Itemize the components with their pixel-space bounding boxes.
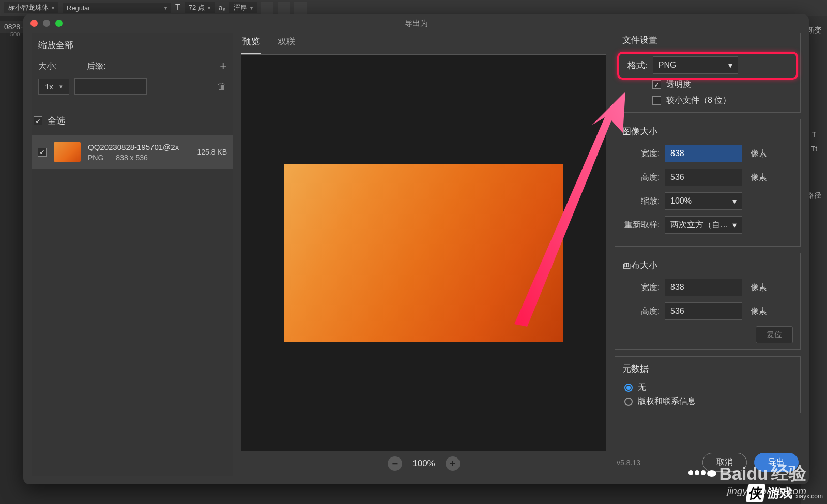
metadata-copyright-radio[interactable] <box>624 398 633 406</box>
zoom-in-button[interactable]: + <box>446 456 460 471</box>
minimize-window-icon[interactable] <box>43 20 50 27</box>
width-input[interactable] <box>665 145 742 162</box>
suffix-label: 后缀: <box>87 61 105 72</box>
zoom-out-button[interactable]: − <box>388 456 402 471</box>
format-select[interactable]: PNG▾ <box>653 56 738 74</box>
smaller-file-checkbox[interactable] <box>652 96 661 105</box>
scale-label: 缩放: <box>622 196 660 207</box>
scale-title: 缩放全部 <box>38 39 226 51</box>
zoom-value: 100% <box>412 459 435 469</box>
center-panel: 预览 双联 − 100% + <box>241 33 606 476</box>
preview-image <box>284 164 563 342</box>
reset-button[interactable]: 复位 <box>756 326 793 343</box>
asset-row[interactable]: QQ20230828-195701@2x PNG 838 x 536 125.8… <box>32 135 233 169</box>
tab-preview[interactable]: 预览 <box>241 33 261 54</box>
format-label: 格式: <box>627 59 648 71</box>
canvas-width-input[interactable] <box>665 279 742 296</box>
scale-select[interactable]: 100%▾ <box>665 192 742 210</box>
right-panel: 文件设置 格式: PNG▾ 透明度 较小文件（8 位） 图像大小 宽度: <box>615 33 801 476</box>
font-select[interactable]: 标小智龙珠体▾ <box>4 2 58 13</box>
left-panel: 缩放全部 大小: 后缀: + 1x▾ 🗑 全选 <box>32 33 233 476</box>
zoom-bar: − 100% + <box>241 451 606 476</box>
metadata-none-radio[interactable] <box>624 384 633 392</box>
background-toolbar: 标小智龙珠体▾ Regular▾ T 72 点▾ aₐ 浑厚▾ <box>0 0 827 16</box>
scale-select[interactable]: 1x▾ <box>38 79 69 95</box>
scale-section: 缩放全部 大小: 后缀: + 1x▾ 🗑 <box>32 33 233 101</box>
width-label: 宽度: <box>622 148 660 159</box>
asset-thumbnail <box>54 142 81 162</box>
align-left-icon[interactable] <box>261 2 273 14</box>
preview-area <box>241 55 606 451</box>
tab-dual[interactable]: 双联 <box>277 33 296 54</box>
asset-format: PNG <box>88 154 103 162</box>
image-size-section: 图像大小 宽度: 像素 高度: 像素 缩放: 100%▾ 重新取样: 两次立方（… <box>615 119 801 247</box>
asset-filesize: 125.8 KB <box>197 148 227 156</box>
file-settings-title: 文件设置 <box>622 34 793 46</box>
height-input[interactable] <box>665 169 742 186</box>
file-settings-section: 文件设置 格式: PNG▾ 透明度 较小文件（8 位） <box>615 33 801 113</box>
export-dialog: 导出为 缩放全部 大小: 后缀: + 1x▾ 🗑 全选 <box>23 14 809 484</box>
suffix-input[interactable] <box>74 78 147 95</box>
trash-icon[interactable]: 🗑 <box>217 81 226 92</box>
font-style-select[interactable]: Regular▾ <box>63 3 171 13</box>
canvas-size-section: 画布大小 宽度: 像素 高度: 像素 复位 <box>615 253 801 350</box>
px-unit: 像素 <box>751 148 767 159</box>
dialog-title: 导出为 <box>405 19 428 28</box>
canvas-height-input[interactable] <box>665 302 742 320</box>
align-right-icon[interactable] <box>294 2 307 14</box>
font-size-select[interactable]: 72 点▾ <box>185 2 215 13</box>
titlebar: 导出为 <box>23 14 809 33</box>
resample-select[interactable]: 两次立方（自…▾ <box>665 216 742 234</box>
select-all-checkbox[interactable] <box>34 116 42 125</box>
transparency-label: 透明度 <box>666 79 691 90</box>
canvas-size-title: 画布大小 <box>622 259 793 271</box>
version-label: v5.8.13 <box>617 459 640 467</box>
metadata-title: 元数据 <box>622 363 793 375</box>
maximize-window-icon[interactable] <box>55 20 63 27</box>
add-scale-button[interactable]: + <box>220 59 226 73</box>
ruler-mark: 500 <box>10 31 20 37</box>
close-window-icon[interactable] <box>30 20 38 27</box>
asset-dimensions: 838 x 536 <box>116 154 148 162</box>
xiayx-watermark: 侠 游戏 xiayx.com <box>747 484 823 502</box>
size-label: 大小: <box>38 61 57 72</box>
resample-label: 重新取样: <box>622 220 660 231</box>
asset-name: QQ20230828-195701@2x <box>88 143 190 151</box>
image-size-title: 图像大小 <box>622 126 793 138</box>
metadata-section: 元数据 无 版权和联系信息 <box>615 356 801 413</box>
asset-checkbox[interactable] <box>38 148 47 157</box>
height-label: 高度: <box>622 172 660 183</box>
smaller-file-label: 较小文件（8 位） <box>666 95 731 106</box>
transparency-checkbox[interactable] <box>652 80 661 89</box>
select-all-label: 全选 <box>48 115 65 127</box>
align-center-icon[interactable] <box>278 2 290 14</box>
antialias-select[interactable]: 浑厚▾ <box>229 2 257 13</box>
